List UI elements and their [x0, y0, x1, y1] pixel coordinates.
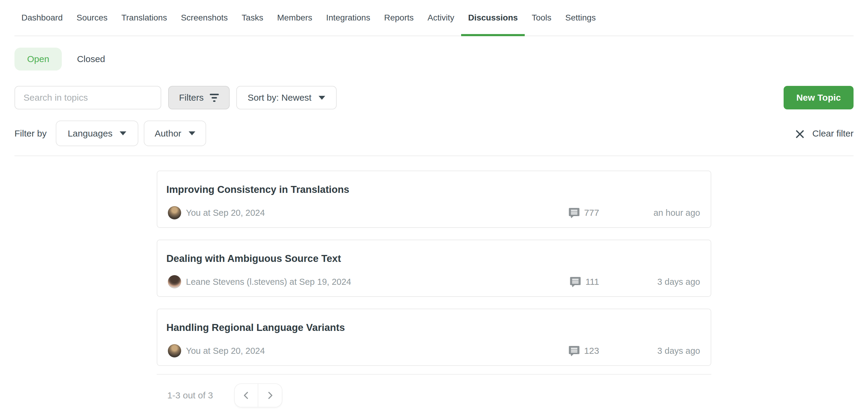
sort-by-label: Sort by: Newest	[248, 93, 312, 103]
pager-buttons	[234, 383, 282, 408]
next-page-button[interactable]	[258, 384, 282, 407]
clear-filter-label: Clear filter	[812, 128, 854, 139]
topic-meta: You at Sep 20, 2024 123 3 days ago	[168, 344, 700, 357]
status-tabs: Open Closed	[14, 47, 854, 70]
nav-item-settings[interactable]: Settings	[558, 0, 603, 36]
topic-card[interactable]: Improving Consistency in Translations Yo…	[157, 170, 711, 228]
chevron-left-icon	[242, 391, 250, 399]
topic-title[interactable]: Improving Consistency in Translations	[166, 184, 349, 195]
comment-bubble-icon	[568, 207, 580, 219]
section-divider	[14, 156, 854, 156]
caret-down-icon	[120, 131, 126, 135]
filter-bar: Filter by Languages Author Clear filter	[14, 121, 854, 146]
nav-item-screenshots[interactable]: Screenshots	[174, 0, 235, 36]
nav-item-integrations[interactable]: Integrations	[319, 0, 377, 36]
avatar	[168, 344, 181, 357]
comment-count: 123	[584, 346, 599, 356]
comment-bubble-icon	[568, 345, 580, 356]
topic-title[interactable]: Handling Regional Language Variants	[166, 322, 345, 333]
filter-by-label: Filter by	[14, 128, 47, 139]
topic-timestamp: 3 days ago	[631, 346, 700, 356]
clear-filter-button[interactable]: Clear filter	[795, 128, 854, 139]
topic-title[interactable]: Dealing with Ambiguous Source Text	[166, 253, 341, 264]
pagination-summary: 1-3 out of 3	[167, 390, 213, 400]
caret-down-icon	[189, 131, 195, 135]
topic-timestamp: an hour ago	[631, 208, 700, 218]
comment-bubble-icon	[569, 276, 581, 288]
nav-item-activity[interactable]: Activity	[421, 0, 461, 36]
languages-dropdown-label: Languages	[68, 128, 113, 139]
nav-item-discussions[interactable]: Discussions	[461, 0, 525, 36]
x-icon	[795, 129, 804, 138]
pagination: 1-3 out of 3	[157, 383, 711, 408]
topic-card[interactable]: Dealing with Ambiguous Source Text Leane…	[157, 239, 711, 297]
comment-count-group: 777	[568, 207, 599, 219]
topic-timestamp: 3 days ago	[631, 277, 700, 287]
comment-count: 111	[585, 277, 599, 287]
nav-item-tasks[interactable]: Tasks	[235, 0, 270, 36]
nav-item-dashboard[interactable]: Dashboard	[14, 0, 70, 36]
filters-button-label: Filters	[179, 93, 204, 103]
topic-author-line: You at Sep 20, 2024	[186, 208, 265, 218]
top-nav: Dashboard Sources Translations Screensho…	[14, 0, 854, 36]
prev-page-button[interactable]	[235, 384, 258, 407]
search-input[interactable]	[14, 86, 161, 109]
nav-item-reports[interactable]: Reports	[377, 0, 421, 36]
nav-item-members[interactable]: Members	[270, 0, 319, 36]
comment-count-group: 111	[569, 276, 599, 288]
chevron-right-icon	[266, 391, 274, 399]
comment-count: 777	[584, 207, 599, 218]
nav-item-sources[interactable]: Sources	[70, 0, 115, 36]
tab-open[interactable]: Open	[14, 47, 62, 70]
topic-meta: You at Sep 20, 2024 777 an hour ago	[168, 206, 700, 219]
author-dropdown-label: Author	[155, 128, 181, 139]
nav-item-translations[interactable]: Translations	[115, 0, 174, 36]
avatar	[168, 206, 181, 219]
list-bottom-divider	[157, 374, 711, 375]
filter-lines-icon	[210, 94, 219, 102]
avatar	[168, 275, 181, 288]
tab-closed[interactable]: Closed	[62, 47, 120, 70]
sort-by-button[interactable]: Sort by: Newest	[236, 86, 337, 109]
topic-author-line: You at Sep 20, 2024	[186, 346, 265, 356]
topic-card[interactable]: Handling Regional Language Variants You …	[157, 309, 711, 366]
new-topic-button[interactable]: New Topic	[784, 86, 854, 109]
author-dropdown[interactable]: Author	[144, 121, 206, 146]
topic-author-line: Leane Stevens (l.stevens) at Sep 19, 202…	[186, 277, 351, 287]
topic-list: Improving Consistency in Translations Yo…	[157, 170, 711, 375]
languages-dropdown[interactable]: Languages	[56, 121, 138, 146]
filters-button[interactable]: Filters	[168, 86, 230, 109]
caret-down-icon	[318, 96, 325, 100]
topic-meta: Leane Stevens (l.stevens) at Sep 19, 202…	[168, 275, 700, 288]
nav-item-tools[interactable]: Tools	[525, 0, 558, 36]
toolbar: Filters Sort by: Newest New Topic	[14, 86, 854, 109]
comment-count-group: 123	[568, 345, 599, 356]
